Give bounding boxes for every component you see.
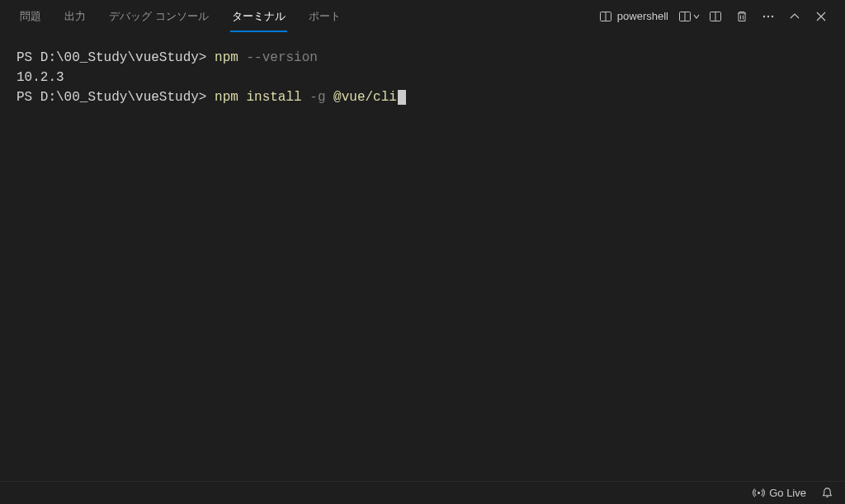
bell-icon (821, 487, 833, 499)
terminal-content[interactable]: PS D:\00_Study\vueStudy> npm --version 1… (0, 33, 845, 481)
svg-point-8 (772, 15, 773, 16)
terminal-profile-icon (599, 10, 612, 23)
status-bar: Go Live (0, 481, 845, 504)
flag: --version (246, 50, 317, 65)
terminal-line: PS D:\00_Study\vueStudy> npm --version (17, 48, 828, 68)
prompt: PS D:\00_Study\vueStudy> (17, 50, 206, 65)
prompt: PS D:\00_Study\vueStudy> (17, 90, 206, 105)
terminal-profile-label: powershell (617, 10, 668, 22)
svg-point-6 (763, 15, 765, 16)
output: 10.2.3 (17, 70, 64, 85)
broadcast-icon (753, 487, 765, 499)
flag: -g (309, 90, 325, 105)
tab-port[interactable]: ポート (297, 2, 352, 31)
svg-point-7 (767, 15, 769, 16)
maximize-panel-button[interactable] (784, 6, 805, 27)
panel-toolbar: powershell (594, 6, 837, 27)
tab-terminal[interactable]: ターミナル (220, 2, 297, 31)
split-terminal-button[interactable] (705, 6, 726, 27)
cursor (398, 90, 406, 105)
argument: @vue/cli (333, 90, 397, 105)
new-terminal-dropdown-button[interactable] (678, 6, 700, 27)
go-live-label: Go Live (769, 487, 806, 499)
command: npm install (215, 90, 302, 105)
svg-point-9 (758, 492, 760, 494)
tab-problems[interactable]: 問題 (8, 2, 53, 31)
panel-header: 問題 出力 デバッグ コンソール ターミナル ポート powershell (0, 0, 845, 33)
tab-debug-console[interactable]: デバッグ コンソール (97, 2, 220, 31)
panel-tabs: 問題 出力 デバッグ コンソール ターミナル ポート (8, 2, 594, 31)
kill-terminal-button[interactable] (731, 6, 753, 27)
more-actions-button[interactable] (758, 6, 779, 27)
tab-output[interactable]: 出力 (53, 2, 97, 31)
close-panel-button[interactable] (810, 6, 832, 27)
terminal-profile-button[interactable]: powershell (594, 10, 673, 23)
command: npm (215, 50, 238, 65)
go-live-button[interactable]: Go Live (753, 487, 806, 499)
notifications-button[interactable] (821, 487, 833, 499)
terminal-line: 10.2.3 (17, 68, 828, 87)
terminal-line: PS D:\00_Study\vueStudy> npm install -g … (17, 87, 828, 107)
